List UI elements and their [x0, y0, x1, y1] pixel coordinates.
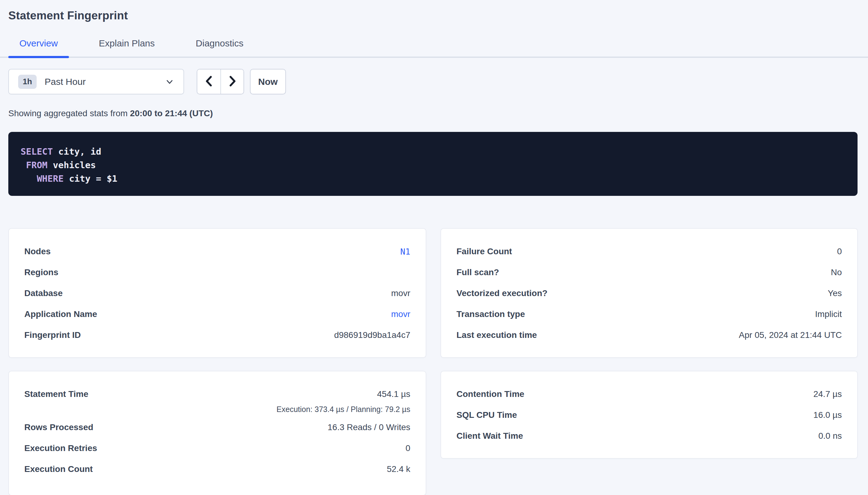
- aggregated-stats-prefix: Showing aggregated stats from: [8, 108, 130, 118]
- failure-count-value: 0: [837, 246, 842, 256]
- application-name-link[interactable]: movr: [391, 309, 410, 319]
- sql-keyword: WHERE: [37, 173, 63, 184]
- tab-diagnostics-label: Diagnostics: [196, 38, 244, 48]
- summary-card-left: Nodes N1 Regions Database movr Applicati…: [8, 228, 426, 358]
- application-name-label: Application Name: [24, 309, 97, 319]
- nodes-label: Nodes: [24, 246, 51, 256]
- last-execution-time-label: Last execution time: [457, 330, 537, 340]
- sql-statement-text: SELECT city, id FROM vehicles WHERE city…: [21, 145, 845, 185]
- execution-count-row: Execution Count 52.4 k: [24, 459, 410, 480]
- sql-statement-box: SELECT city, id FROM vehicles WHERE city…: [8, 132, 857, 196]
- contention-time-label: Contention Time: [457, 389, 524, 399]
- time-range-dropdown[interactable]: 1h Past Hour: [8, 69, 184, 95]
- execution-retries-value: 0: [405, 443, 410, 453]
- transaction-type-row: Transaction type Implicit: [457, 304, 842, 325]
- tab-diagnostics[interactable]: Diagnostics: [185, 38, 255, 56]
- client-wait-time-value: 0.0 ns: [818, 431, 842, 441]
- tab-overview-label: Overview: [19, 38, 58, 48]
- time-range-label: Past Hour: [45, 76, 85, 87]
- statement-time-breakdown: Execution: 373.4 µs / Planning: 79.2 µs: [24, 405, 410, 417]
- vectorized-execution-row: Vectorized execution? Yes: [457, 283, 842, 304]
- last-execution-time-row: Last execution time Apr 05, 2024 at 21:4…: [457, 325, 842, 345]
- page-title: Statement Fingerprint: [8, 9, 857, 22]
- sql-keyword: SELECT: [21, 146, 53, 157]
- regions-row: Regions: [24, 262, 410, 283]
- contention-time-value: 24.7 µs: [814, 389, 842, 399]
- fingerprint-id-row: Fingerprint ID d986919d9ba1a4c7: [24, 325, 410, 345]
- chevron-left-icon: [204, 75, 214, 88]
- database-value: movr: [391, 288, 410, 298]
- nodes-row: Nodes N1: [24, 241, 410, 262]
- sql-keyword: FROM: [26, 160, 47, 170]
- client-wait-time-label: Client Wait Time: [457, 431, 523, 441]
- summary-card-right: Failure Count 0 Full scan? No Vectorized…: [440, 228, 858, 358]
- execution-retries-label: Execution Retries: [24, 443, 97, 453]
- client-wait-time-row: Client Wait Time 0.0 ns: [457, 426, 842, 446]
- statement-time-row: Statement Time 454.1 µs Execution: 373.4…: [24, 384, 410, 417]
- contention-time-row: Contention Time 24.7 µs: [457, 384, 842, 405]
- tab-explain-plans[interactable]: Explain Plans: [88, 38, 166, 56]
- database-label: Database: [24, 288, 63, 298]
- chevron-right-icon: [228, 75, 237, 88]
- statement-time-value: 454.1 µs: [377, 389, 410, 399]
- rows-processed-row: Rows Processed 16.3 Reads / 0 Writes: [24, 417, 410, 438]
- previous-time-range-button[interactable]: [197, 69, 220, 94]
- active-tab-indicator: [8, 56, 69, 58]
- tab-explain-plans-label: Explain Plans: [99, 38, 155, 48]
- full-scan-row: Full scan? No: [457, 262, 842, 283]
- execution-retries-row: Execution Retries 0: [24, 438, 410, 459]
- execution-count-label: Execution Count: [24, 464, 93, 474]
- nodes-link[interactable]: N1: [400, 247, 410, 256]
- chevron-down-icon: [165, 77, 174, 86]
- time-range-badge: 1h: [18, 75, 37, 89]
- next-time-range-button[interactable]: [220, 69, 244, 94]
- rows-processed-label: Rows Processed: [24, 423, 93, 432]
- sql-cpu-time-label: SQL CPU Time: [457, 410, 517, 420]
- fingerprint-id-value: d986919d9ba1a4c7: [334, 330, 410, 340]
- tab-overview[interactable]: Overview: [8, 38, 69, 56]
- sql-cpu-time-value: 16.0 µs: [814, 410, 842, 420]
- fingerprint-id-label: Fingerprint ID: [24, 330, 81, 340]
- failure-count-label: Failure Count: [457, 246, 512, 256]
- aggregated-stats-range: 20:00 to 21:44 (UTC): [130, 108, 213, 118]
- execution-attributes-card: Statement Time 454.1 µs Execution: 373.4…: [8, 371, 426, 495]
- aggregated-stats-line: Showing aggregated stats from 20:00 to 2…: [8, 108, 868, 118]
- statement-time-label: Statement Time: [24, 389, 88, 399]
- full-scan-value: No: [831, 268, 842, 277]
- transaction-type-value: Implicit: [815, 309, 842, 319]
- failure-count-row: Failure Count 0: [457, 241, 842, 262]
- time-controls: 1h Past Hour Now: [8, 69, 868, 95]
- sql-text: city = $1: [64, 173, 118, 184]
- vectorized-execution-label: Vectorized execution?: [457, 288, 547, 298]
- vectorized-execution-value: Yes: [828, 288, 842, 298]
- tab-bar: Overview Explain Plans Diagnostics: [0, 38, 868, 58]
- timing-card: Contention Time 24.7 µs SQL CPU Time 16.…: [440, 371, 858, 459]
- last-execution-time-value: Apr 05, 2024 at 21:44 UTC: [739, 330, 842, 340]
- sql-cpu-time-row: SQL CPU Time 16.0 µs: [457, 405, 842, 426]
- time-step-buttons: [197, 69, 244, 95]
- application-name-row: Application Name movr: [24, 304, 410, 325]
- execution-count-value: 52.4 k: [387, 464, 410, 474]
- full-scan-label: Full scan?: [457, 268, 499, 277]
- now-button[interactable]: Now: [250, 69, 286, 95]
- rows-processed-value: 16.3 Reads / 0 Writes: [328, 423, 410, 432]
- regions-label: Regions: [24, 268, 58, 277]
- transaction-type-label: Transaction type: [457, 309, 525, 319]
- database-row: Database movr: [24, 283, 410, 304]
